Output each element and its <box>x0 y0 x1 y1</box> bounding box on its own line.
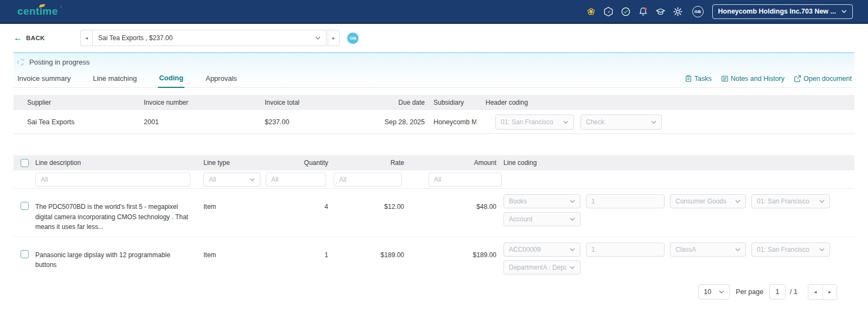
centime-logo[interactable]: centime <box>17 5 58 17</box>
supplier-value: Sai Tea Exports <box>14 118 144 126</box>
chevron-down-icon <box>570 200 575 203</box>
chevron-down-icon <box>651 120 656 124</box>
line-class-select[interactable]: Consumer Goods <box>670 194 746 208</box>
back-arrow-icon: ← <box>14 34 22 42</box>
chevron-down-icon <box>719 290 724 294</box>
notes-and-history-link[interactable]: Notes and History <box>721 75 784 82</box>
page-size-select[interactable]: 10 <box>698 284 730 299</box>
row-checkbox[interactable] <box>21 202 29 210</box>
settings-icon[interactable] <box>673 6 684 17</box>
description-filter-input[interactable] <box>35 173 190 187</box>
chevron-down-icon <box>819 200 825 203</box>
line-department-value: DepartmentA : Depart... <box>509 264 566 271</box>
tasks-link[interactable]: Tasks <box>685 75 712 82</box>
line-type: Item <box>198 194 260 212</box>
previous-page-button[interactable]: ◂ <box>808 285 822 299</box>
sync-icon[interactable] <box>621 6 631 17</box>
line-account-select[interactable]: Books <box>503 194 580 208</box>
line-type-filter-value: All <box>209 176 216 183</box>
col-header-supplier: Supplier <box>14 99 144 106</box>
invoice-navigator: ◂ Sai Tea Exports , $237.00 ▸ <box>80 30 340 46</box>
line-account-value: ACC00009 <box>509 246 541 253</box>
table-row: The PDC5070BD is the world's first 5 - m… <box>14 189 854 237</box>
chevron-down-icon <box>250 178 255 181</box>
row-checkbox[interactable] <box>21 250 29 258</box>
user-avatar-initials: GB <box>694 9 701 14</box>
per-page-label: Per page <box>736 288 763 296</box>
previous-invoice-button[interactable]: ◂ <box>80 30 92 46</box>
rate-filter-input[interactable] <box>334 173 402 187</box>
line-rate: $189.00 <box>328 243 404 260</box>
line-department-select[interactable]: DepartmentA : Depart... <box>503 260 580 275</box>
line-type: Item <box>198 243 260 260</box>
select-all-checkbox[interactable] <box>21 159 29 167</box>
col-header-line-type: Line type <box>198 159 260 167</box>
rewards-icon[interactable] <box>586 6 597 17</box>
line-rate: $12.00 <box>328 194 404 212</box>
chevron-down-icon <box>315 36 321 40</box>
col-header-header-coding: Header coding <box>476 99 854 106</box>
chevron-down-icon <box>570 218 575 221</box>
line-coding-quantity-input[interactable] <box>586 243 665 257</box>
user-avatar[interactable]: GB <box>692 6 704 17</box>
line-department-select[interactable]: Account <box>503 212 580 226</box>
line-location-select[interactable]: 01: San Francisco <box>751 194 830 208</box>
invoice-total-value: $237.00 <box>265 118 354 126</box>
col-header-quantity: Quantity <box>260 159 328 167</box>
company-selector[interactable]: Honeycomb Holdings Inc.703 New ... <box>712 4 853 19</box>
header-payment-method-select[interactable]: Check <box>580 114 662 130</box>
invoice-selector[interactable]: Sai Tea Exports , $237.00 <box>92 30 327 46</box>
back-label: BACK <box>26 35 45 41</box>
line-location-value: 01: San Francisco <box>757 197 809 205</box>
line-account-select[interactable]: ACC00009 <box>503 243 580 257</box>
notes-icon <box>721 75 729 82</box>
next-invoice-button[interactable]: ▸ <box>328 30 340 46</box>
invoice-selector-value: Sai Tea Exports , $237.00 <box>98 34 173 42</box>
send-icon[interactable] <box>603 6 614 17</box>
assignee-avatar[interactable]: GB <box>347 33 359 44</box>
open-document-link[interactable]: Open document <box>794 75 852 82</box>
col-header-rate: Rate <box>328 159 404 167</box>
chevron-down-icon <box>841 10 847 13</box>
line-items-table: Line description Line type Quantity Rate… <box>14 155 854 279</box>
line-table-head: Line description Line type Quantity Rate… <box>14 155 854 170</box>
subsidiary-value: Honeycomb Mf... <box>425 118 476 126</box>
company-selector-value: Honeycomb Holdings Inc.703 New ... <box>718 8 836 15</box>
line-description: The PDC5070BD is the world's first 5 - m… <box>35 194 198 232</box>
chevron-down-icon <box>819 248 825 251</box>
tasks-icon <box>685 75 692 82</box>
page-number-input[interactable] <box>769 284 786 299</box>
back-button[interactable]: ← BACK <box>14 34 45 42</box>
notes-and-history-label: Notes and History <box>731 75 784 82</box>
invoice-header-row: Sai Tea Exports 2001 $237.00 Sep 28, 202… <box>14 110 854 134</box>
invoice-number-value: 2001 <box>144 118 265 126</box>
line-location-select[interactable]: 01: San Francisco <box>751 243 830 257</box>
pagination-bar: 10 Per page / 1 ◂ ▸ <box>0 284 837 300</box>
page-size-value: 10 <box>704 288 711 296</box>
posting-status-banner: Posting in progress <box>14 53 854 71</box>
next-page-button[interactable]: ▸ <box>822 285 837 299</box>
tab-approvals[interactable]: Approvals <box>205 71 238 87</box>
header-location-select[interactable]: 01: San Francisco <box>495 114 574 130</box>
spinner-icon <box>17 59 24 66</box>
line-class-value: ClassA <box>675 246 696 253</box>
invoice-header-table: Supplier Invoice number Invoice total Du… <box>14 95 854 134</box>
amount-filter-input[interactable] <box>429 173 502 187</box>
logo-trademark <box>60 6 62 8</box>
page-total-label: / 1 <box>790 288 797 296</box>
line-account-value: Books <box>509 197 527 205</box>
col-header-line-description: Line description <box>35 159 198 167</box>
line-class-select[interactable]: ClassA <box>670 243 746 257</box>
tab-coding[interactable]: Coding <box>158 71 184 88</box>
line-coding-quantity-input[interactable] <box>586 194 665 208</box>
col-header-subsidiary: Subsidiary <box>425 99 476 106</box>
line-type-filter-select[interactable]: All <box>203 173 260 187</box>
learning-icon[interactable] <box>655 6 666 17</box>
chevron-down-icon <box>735 200 741 203</box>
notifications-icon[interactable] <box>638 6 649 17</box>
tab-line-matching[interactable]: Line matching <box>92 71 138 87</box>
tabs-bar: Invoice summary Line matching Coding App… <box>14 71 854 88</box>
tab-invoice-summary[interactable]: Invoice summary <box>16 71 72 87</box>
col-header-line-coding: Line coding <box>496 159 854 167</box>
quantity-filter-input[interactable] <box>266 173 326 187</box>
